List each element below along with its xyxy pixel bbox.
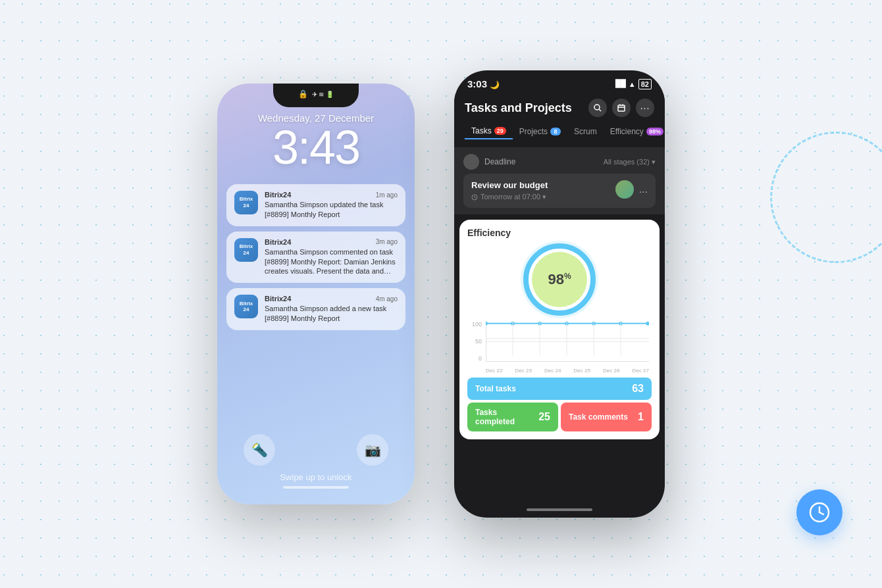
search-icon [594, 104, 602, 112]
clock-small-icon [471, 194, 478, 201]
dynamic-island-app [523, 70, 596, 91]
tab-tasks-badge: 29 [494, 127, 506, 135]
gauge-outer-ring: 98% [523, 243, 596, 316]
stats-bottom: Total tasks 63 Tasks completed 25 Task c… [467, 378, 652, 431]
tab-efficiency[interactable]: Efficiency 98% [604, 124, 665, 139]
total-tasks-value: 63 [632, 383, 644, 395]
gauge-container: 98% [467, 243, 652, 316]
dark-task-section: Deadline All stages (32) ▾ Review our bu… [454, 147, 665, 214]
gauge-value: 98% [548, 271, 571, 288]
app-header: Tasks and Projects [454, 93, 665, 147]
task-comments-row: Task comments 1 [561, 403, 652, 431]
flashlight-button[interactable]: 🔦 [244, 434, 275, 466]
svg-line-1 [599, 109, 601, 111]
app-title: Tasks and Projects [465, 101, 572, 115]
lock-icon: 🔒 [298, 89, 308, 99]
x-label-dec23: Dec 23 [515, 368, 532, 374]
task-card-info: Review our budget Tomorrow at 07:00 ▾ [471, 180, 548, 201]
app-time: 3:03 🌙 [467, 78, 500, 89]
app-title-row: Tasks and Projects [465, 99, 654, 117]
notif-header-2: Bitrix24 3m ago [265, 238, 398, 246]
notification-1[interactable]: Bitrix24 Bitrix24 1m ago Samantha Simpso… [226, 184, 405, 226]
task-comments-value: 1 [638, 411, 644, 423]
notif-icon-2: Bitrix24 [234, 238, 258, 262]
notif-time-3: 4m ago [376, 295, 398, 303]
deadline-stages: All stages (32) ▾ [604, 158, 656, 166]
chart-area: 100 50 0 [470, 321, 649, 374]
tab-scrum[interactable]: Scrum [567, 124, 604, 139]
battery-indicator: 82 [638, 79, 652, 89]
tab-efficiency-badge: 98% [646, 128, 663, 135]
notif-icon-1: Bitrix24 [234, 191, 258, 214]
task-assignee-avatar [615, 180, 634, 199]
phone-lock-screen: 🔒 ✈ ≋ 🔋 Wednesday, 27 December 3:43 Bitr… [217, 84, 415, 504]
camera-button[interactable]: 📷 [357, 434, 388, 466]
svg-line-24 [819, 512, 823, 514]
notifications-area: Bitrix24 Bitrix24 1m ago Samantha Simpso… [217, 176, 415, 338]
x-label-dec26: Dec 26 [603, 368, 619, 374]
total-tasks-row: Total tasks 63 [467, 378, 652, 400]
notification-2[interactable]: Bitrix24 Bitrix24 3m ago Samantha Simpso… [226, 232, 405, 283]
status-icons-app: ▉▉ ▲ 82 [615, 79, 652, 89]
notif-content-3: Bitrix24 4m ago Samantha Simpson added a… [265, 295, 398, 324]
dynamic-island-lock: 🔒 ✈ ≋ 🔋 [280, 84, 352, 105]
notif-app-3: Bitrix24 [265, 295, 291, 303]
app-bottom-bar [527, 508, 592, 511]
notif-time-2: 3m ago [376, 238, 398, 245]
tab-projects[interactable]: Projects 8 [513, 124, 567, 139]
task-more-icon[interactable]: ... [639, 184, 648, 195]
notif-text-2: Samantha Simpson commented on task [#889… [265, 247, 398, 277]
deadline-label: Deadline [484, 157, 515, 166]
notif-app-1: Bitrix24 [265, 191, 291, 199]
efficiency-section: Efficiency 98% 100 50 0 [459, 220, 660, 439]
more-icon-btn[interactable]: ··· [636, 99, 654, 117]
status-icons-lock: ✈ ≋ 🔋 [312, 91, 334, 98]
task-comments-label: Task comments [569, 412, 628, 422]
notif-text-1: Samantha Simpson updated the task [#8899… [265, 200, 398, 220]
tab-tasks[interactable]: Tasks 29 [465, 124, 513, 139]
notif-text-3: Samantha Simpson added a new task [#8899… [265, 304, 398, 324]
lock-controls: 🔦 📷 [217, 434, 415, 472]
swipe-label: Swipe up to unlock [217, 472, 415, 482]
task-card-right: ... [615, 180, 648, 199]
gauge-inner-circle: 98% [532, 252, 587, 307]
chart-y-labels: 100 50 0 [470, 321, 484, 362]
efficiency-title: Efficiency [467, 228, 652, 238]
x-label-dec22: Dec 22 [486, 368, 502, 374]
calendar-icon-btn[interactable] [612, 99, 631, 117]
wifi-icon: ▲ [629, 80, 636, 88]
lock-time: 3:43 [217, 124, 415, 171]
notif-header-1: Bitrix24 1m ago [265, 191, 398, 199]
y-label-50: 50 [470, 338, 484, 345]
deadline-row: Deadline All stages (32) ▾ [463, 154, 656, 170]
search-icon-btn[interactable] [588, 99, 607, 117]
y-label-100: 100 [470, 321, 484, 328]
app-header-icons: ··· [588, 99, 654, 117]
task-card-time: Tomorrow at 07:00 ▾ [471, 193, 548, 201]
notif-content-1: Bitrix24 1m ago Samantha Simpson updated… [265, 191, 398, 220]
notif-icon-3: Bitrix24 [234, 295, 258, 318]
task-card[interactable]: Review our budget Tomorrow at 07:00 ▾ ..… [463, 174, 656, 208]
svg-point-0 [594, 105, 600, 110]
signal-icon: ▉▉ [615, 80, 626, 88]
notif-time-1: 1m ago [376, 191, 398, 199]
x-label-dec27: Dec 27 [633, 368, 649, 374]
chart-svg [486, 321, 649, 356]
deadline-avatar [463, 154, 479, 170]
swipe-bar [283, 486, 349, 489]
phone-app-screen: 3:03 🌙 ▉▉ ▲ 82 Tasks and Projects [454, 70, 665, 518]
task-card-name: Review our budget [471, 180, 548, 190]
chart-x-labels: Dec 22 Dec 23 Dec 24 Dec 25 Dec 26 Dec 2… [486, 368, 649, 374]
x-label-dec25: Dec 25 [574, 368, 590, 374]
tasks-completed-row: Tasks completed 25 [467, 403, 558, 431]
clock-icon [808, 501, 831, 524]
stat-row-half: Tasks completed 25 Task comments 1 [467, 403, 652, 431]
clock-button[interactable] [796, 489, 843, 535]
tasks-completed-label: Tasks completed [475, 408, 538, 426]
notification-3[interactable]: Bitrix24 Bitrix24 4m ago Samantha Simpso… [226, 288, 405, 330]
notif-header-3: Bitrix24 4m ago [265, 295, 398, 303]
moon-icon: 🌙 [490, 80, 500, 89]
lock-bottom: 🔦 📷 Swipe up to unlock [217, 434, 415, 504]
tasks-completed-value: 25 [538, 411, 550, 423]
total-tasks-label: Total tasks [475, 384, 516, 393]
